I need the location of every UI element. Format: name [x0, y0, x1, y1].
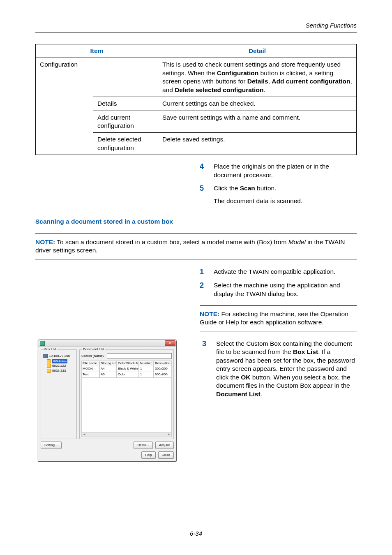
page-number: 6-34 — [0, 530, 392, 538]
tree-item-label: 0022:222 — [52, 364, 66, 368]
dialog-titlebar: × — [38, 340, 176, 347]
tree-item[interactable]: 0022:222 — [47, 364, 75, 368]
help-button[interactable]: Help — [141, 451, 155, 459]
device-icon — [43, 354, 48, 358]
tree-root-label: 10.180.77.206 — [49, 354, 70, 358]
detail-button[interactable]: Detail… — [134, 442, 152, 449]
txt-b: Delete selected configuration — [175, 86, 263, 93]
step-num: 4 — [200, 162, 214, 179]
txt: Click the — [214, 185, 240, 192]
note-label: NOTE: — [35, 238, 55, 245]
th-item: Item — [36, 44, 158, 58]
steps-block-a: 4 Place the originals on the platen or i… — [200, 162, 357, 205]
step-4: 4 Place the originals on the platen or i… — [200, 162, 357, 179]
cell: 300x300 — [154, 366, 172, 372]
cell: 600x600 — [154, 372, 172, 378]
scroll-left-icon: ◄ — [83, 432, 86, 437]
tree-item[interactable]: 0011:111 — [47, 359, 75, 363]
subsection-title: Scanning a document stored in a custom b… — [35, 217, 357, 226]
key-icon — [47, 364, 51, 368]
cell: 1 — [139, 366, 154, 372]
step-5: 5 Click the Scan button. The document da… — [200, 184, 357, 205]
step-text: Select the Custom Box containing the doc… — [216, 340, 357, 398]
note-full: NOTE: To scan a document stored in a cus… — [35, 234, 357, 259]
txt-b: Add current configuration — [272, 78, 350, 85]
txt: . — [261, 391, 262, 398]
key-icon — [47, 369, 51, 373]
txt-b: OK — [241, 374, 250, 381]
list-empty-area — [81, 378, 172, 432]
row-step3: × Box List 10.180.77.206 0011:111 0022:2… — [35, 340, 357, 462]
cell: A5 — [99, 372, 117, 378]
col-header[interactable]: Number of… — [139, 361, 154, 367]
txt: Select the Custom Box containing the doc… — [216, 340, 352, 355]
cell: MOON — [81, 366, 99, 372]
tree-root[interactable]: 10.180.77.206 — [43, 354, 75, 358]
cell-config-label: Configuration — [36, 58, 158, 97]
step-1: 1 Activate the TWAIN compatible applicat… — [200, 268, 357, 277]
running-head: Sending Functions — [35, 21, 357, 30]
config-table: Item Detail Configuration This is used t… — [35, 44, 357, 155]
header-rule — [35, 32, 357, 32]
txt: . — [263, 86, 265, 93]
step-text: Click the Scan button. — [214, 184, 357, 192]
cell-addcur-detail: Save current settings with a name and co… — [158, 111, 357, 133]
cell-empty — [36, 133, 93, 155]
cell: Color — [117, 372, 139, 378]
tree-item[interactable]: 0033:333 — [47, 369, 75, 373]
txt-b: Scan — [240, 185, 255, 192]
twain-dialog[interactable]: × Box List 10.180.77.206 0011:111 0022:2… — [38, 340, 177, 462]
txt-b: Document List — [216, 391, 261, 398]
key-icon — [47, 359, 51, 363]
step-text: Select the machine using the application… — [214, 281, 357, 298]
step-num: 3 — [202, 340, 216, 398]
step-2: 2 Select the machine using the applicati… — [200, 281, 357, 298]
steps-block-c: 3 Select the Custom Box containing the d… — [202, 340, 357, 403]
col-header[interactable]: Storing size — [99, 361, 117, 367]
cell-details-label: Details — [93, 97, 158, 111]
cell: Black & White — [117, 366, 139, 372]
step-num: 1 — [200, 268, 214, 277]
note-text: To scan a document stored in a custom bo… — [55, 238, 288, 245]
close-button[interactable]: × — [165, 340, 175, 346]
setting-button[interactable]: Setting… — [41, 442, 62, 449]
col-header[interactable]: File name — [81, 361, 99, 367]
acquire-button[interactable]: Acquire — [155, 442, 174, 449]
app-icon — [40, 341, 45, 346]
step-num: 2 — [200, 281, 214, 298]
box-list-fieldset: Box List 10.180.77.206 0011:111 0022:222… — [41, 349, 77, 439]
scroll-right-icon: ► — [167, 432, 171, 437]
list-headers: File name Storing size Color/Black &… Nu… — [81, 361, 172, 367]
cell-config-detail: This is used to check current settings a… — [158, 58, 357, 97]
cell-empty — [36, 97, 93, 111]
txt-b: Configuration — [217, 69, 259, 76]
step-3: 3 Select the Custom Box containing the d… — [202, 340, 357, 398]
step-text: The document data is scanned. — [214, 197, 357, 205]
col-header[interactable]: Resolution — [154, 361, 172, 367]
box-list-legend: Box List — [44, 347, 57, 352]
col-header[interactable]: Color/Black &… — [117, 361, 139, 367]
note-right: NOTE: For selecting the machine, see the… — [200, 305, 357, 331]
cell: 1 — [139, 372, 154, 378]
txt-b: Box List — [293, 348, 318, 355]
tree-item-label: 0033:333 — [52, 369, 66, 373]
document-list-legend: Document List — [82, 347, 105, 352]
cell-details-detail: Current settings can be checked. — [158, 97, 357, 111]
h-scrollbar[interactable]: ◄► — [81, 432, 172, 437]
search-input[interactable] — [107, 353, 172, 359]
cell: A4 — [99, 366, 117, 372]
step-text: Place the originals on the platen or in … — [214, 162, 357, 179]
cell-delsel-detail: Delete saved settings. — [158, 133, 357, 155]
cell: Test — [81, 372, 99, 378]
search-label: Search (Name) — [81, 354, 107, 358]
tree-item-label: 0011:111 — [52, 359, 67, 363]
th-detail: Detail — [158, 44, 357, 58]
txt: , — [268, 78, 272, 85]
list-row[interactable]: MOON A4 Black & White 1 300x300 — [81, 366, 172, 372]
close-button[interactable]: Close — [158, 451, 174, 459]
list-row[interactable]: Test A5 Color 1 600x600 — [81, 372, 172, 378]
cell-delsel-label: Delete selected configuration — [93, 133, 158, 155]
note-label: NOTE: — [200, 310, 219, 317]
note-text-i: Model — [288, 238, 306, 245]
dialog-screenshot: × Box List 10.180.77.206 0011:111 0022:2… — [35, 340, 186, 462]
